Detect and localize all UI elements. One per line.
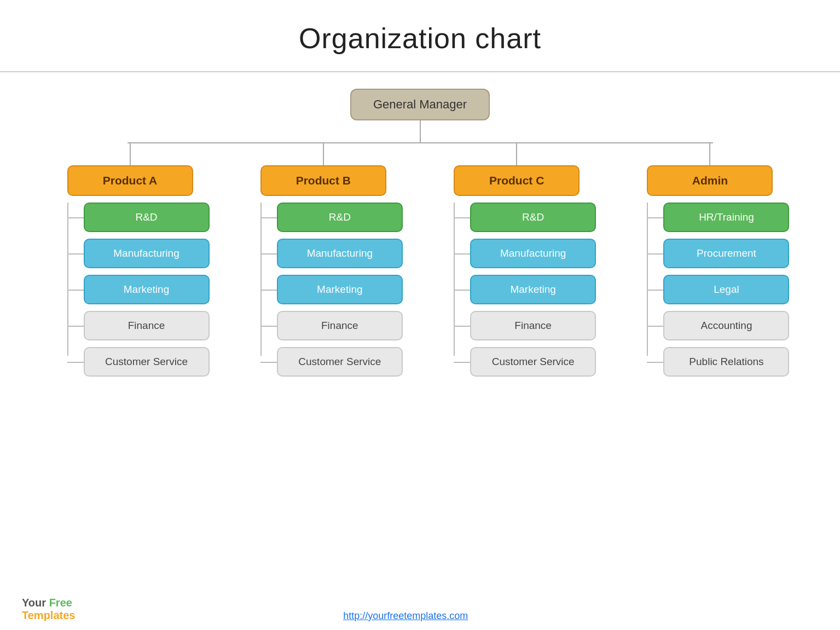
row-product-c-4: Customer Service: [437, 347, 596, 377]
row-admin-1: Procurement: [630, 239, 789, 268]
box-product-a-4: Customer Service: [84, 347, 210, 377]
logo-your: Your Free: [22, 597, 75, 609]
gm-down-connector: [420, 120, 421, 142]
column-admin: AdminHR/TrainingProcurementLegalAccounti…: [630, 165, 789, 383]
box-product-b-2: Marketing: [277, 275, 403, 304]
box-admin-2: Legal: [663, 275, 789, 304]
box-product-c-1: Manufacturing: [470, 239, 596, 268]
row-product-c-3: Finance: [437, 311, 596, 340]
box-product-a-1: Manufacturing: [84, 239, 210, 268]
box-product-a-2: Marketing: [84, 275, 210, 304]
row-admin-4: Public Relations: [630, 347, 789, 377]
row-product-b-3: Finance: [244, 311, 403, 340]
box-admin-1: Procurement: [663, 239, 789, 268]
header-product-b: Product B: [260, 165, 386, 196]
box-admin-3: Accounting: [663, 311, 789, 340]
box-product-a-3: Finance: [84, 311, 210, 340]
page-title: Organization chart: [299, 22, 541, 55]
col-connector-b: [244, 143, 403, 165]
box-product-c-0: R&D: [470, 203, 596, 232]
divider: [0, 71, 840, 72]
col-connector-a: [51, 143, 210, 165]
box-product-c-4: Customer Service: [470, 347, 596, 377]
header-product-a: Product A: [67, 165, 193, 196]
row-product-c-0: R&D: [437, 203, 596, 232]
row-product-a-4: Customer Service: [51, 347, 210, 377]
columns-top-connectors: [51, 143, 790, 165]
header-product-c: Product C: [454, 165, 580, 196]
columns-wrapper: Product AR&DManufacturingMarketingFinanc…: [51, 165, 790, 383]
items-product-a: R&DManufacturingMarketingFinanceCustomer…: [51, 203, 210, 383]
row-product-c-1: Manufacturing: [437, 239, 596, 268]
column-product-c: Product CR&DManufacturingMarketingFinanc…: [437, 165, 596, 383]
col-connector-c: [437, 143, 596, 165]
box-product-c-2: Marketing: [470, 275, 596, 304]
row-product-b-2: Marketing: [244, 275, 403, 304]
box-product-b-3: Finance: [277, 311, 403, 340]
box-product-b-1: Manufacturing: [277, 239, 403, 268]
box-product-c-3: Finance: [470, 311, 596, 340]
logo: Your Free Templates: [22, 597, 75, 622]
box-product-a-0: R&D: [84, 203, 210, 232]
row-product-a-1: Manufacturing: [51, 239, 210, 268]
footer-url[interactable]: http://yourfreetemplates.com: [343, 610, 468, 622]
row-product-a-2: Marketing: [51, 275, 210, 304]
gm-box: General Manager: [350, 89, 490, 120]
row-product-b-1: Manufacturing: [244, 239, 403, 268]
box-product-b-0: R&D: [277, 203, 403, 232]
row-product-b-0: R&D: [244, 203, 403, 232]
items-product-b: R&DManufacturingMarketingFinanceCustomer…: [244, 203, 403, 383]
col-connector-admin: [630, 143, 789, 165]
top-horizontal-bar: [128, 142, 713, 143]
items-admin: HR/TrainingProcurementLegalAccountingPub…: [630, 203, 789, 383]
row-admin-3: Accounting: [630, 311, 789, 340]
footer: Your Free Templates http://yourfreetempl…: [0, 586, 840, 630]
items-product-c: R&DManufacturingMarketingFinanceCustomer…: [437, 203, 596, 383]
row-product-a-0: R&D: [51, 203, 210, 232]
column-product-b: Product BR&DManufacturingMarketingFinanc…: [244, 165, 403, 383]
header-admin: Admin: [647, 165, 773, 196]
chart-area: General Manager Product AR&DManufacturin…: [0, 89, 840, 383]
row-product-a-3: Finance: [51, 311, 210, 340]
row-admin-2: Legal: [630, 275, 789, 304]
row-product-c-2: Marketing: [437, 275, 596, 304]
box-admin-4: Public Relations: [663, 347, 789, 377]
row-admin-0: HR/Training: [630, 203, 789, 232]
logo-templates: Templates: [22, 609, 75, 622]
column-product-a: Product AR&DManufacturingMarketingFinanc…: [51, 165, 210, 383]
box-admin-0: HR/Training: [663, 203, 789, 232]
row-product-b-4: Customer Service: [244, 347, 403, 377]
box-product-b-4: Customer Service: [277, 347, 403, 377]
